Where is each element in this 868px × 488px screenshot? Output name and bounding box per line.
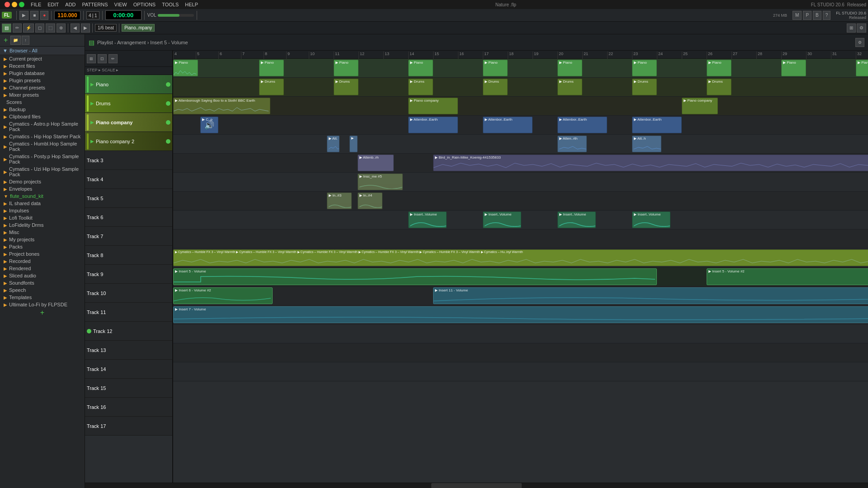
playlist-btn[interactable]: ▤ (2, 23, 11, 33)
sidebar-item-current-project[interactable]: ▶ Current project (0, 55, 85, 62)
clip-piano-10[interactable]: ▶ Piano (856, 60, 868, 76)
left-track-16[interactable]: Track 16 (85, 398, 172, 417)
clip-atten-rth-1[interactable]: ▶ Atten..rth (557, 136, 587, 152)
piano-selector[interactable]: Piano..mpany (122, 24, 155, 32)
left-track-9[interactable]: Track 9 (85, 265, 172, 284)
sidebar-item-packs[interactable]: ▶ Packs (0, 243, 85, 250)
sidebar-item-impulses[interactable]: ▶ Impulses (0, 207, 85, 214)
sidebar-add-item[interactable]: + (0, 308, 85, 317)
sidebar-item-my-projects[interactable]: ▶ My projects (0, 236, 85, 243)
mixer-button[interactable]: M (793, 11, 802, 20)
clip-insert-vol-4[interactable]: ▶ Insert..Volume (632, 211, 670, 228)
sidebar-item-speech[interactable]: ▶ Speech (0, 286, 85, 294)
clip-piano-3[interactable]: ▶ Piano (334, 60, 359, 76)
settings-btn[interactable]: ⚙ (857, 23, 866, 33)
sidebar-item-il-shared[interactable]: ▶ IL shared data (0, 200, 85, 207)
clip-piano-7[interactable]: ▶ Piano (632, 60, 657, 76)
tempo-display[interactable]: 110.000 (54, 11, 80, 20)
menu-edit[interactable]: EDIT (45, 2, 61, 7)
fl-logo[interactable]: FL (2, 12, 12, 19)
left-track-3[interactable]: Track 3 (85, 151, 172, 170)
clip-piano-6[interactable]: ▶ Piano (557, 60, 582, 76)
sidebar-item-lofi-toolkit[interactable]: ▶ Lofi Toolkit (0, 214, 85, 221)
left-track-drums[interactable]: ▶ Drums (85, 94, 172, 113)
clip-insert-vol-3[interactable]: ▶ Insert..Volume (557, 211, 596, 228)
sidebar-item-rendered[interactable]: ▶ Rendered (0, 265, 85, 272)
left-track-12[interactable]: Track 12 (85, 322, 172, 341)
sidebar-item-templates[interactable]: ▶ Templates (0, 294, 85, 301)
sidebar-add-button[interactable]: + (2, 36, 9, 44)
clip-piano-9[interactable]: ▶ Piano (781, 60, 806, 76)
left-track-4[interactable]: Track 4 (85, 170, 172, 189)
sidebar-item-clipboard[interactable]: ▶ Clipboard files (0, 113, 85, 120)
left-track-14[interactable]: Track 14 (85, 360, 172, 379)
prev-btn[interactable]: ◀ (71, 23, 80, 33)
menu-file[interactable]: FILE (28, 2, 44, 7)
clip-drums-4[interactable]: ▶ Drums (483, 79, 508, 95)
left-track-7[interactable]: Track 7 (85, 227, 172, 246)
channel-header-btn2[interactable]: ⊡ (98, 54, 107, 63)
sidebar-item-soundfonts[interactable]: ▶ Soundfonts (0, 279, 85, 286)
browser-button[interactable]: B (813, 11, 821, 20)
master-vol-bar[interactable] (158, 14, 194, 17)
clip-attenb-2[interactable]: ▶ Attenbor..Earth (483, 117, 533, 133)
channel-header-btn1[interactable]: ⊞ (87, 54, 96, 63)
clip-attenb-4[interactable]: ▶ Attenbor..Earth (632, 117, 682, 133)
sidebar-item-cymatics-astro[interactable]: ▶ Cymatics - Astro.p Hop Sample Pack (0, 120, 85, 133)
clip-piano-2[interactable]: ▶ Piano (259, 60, 284, 76)
menu-help[interactable]: HELP (182, 2, 201, 7)
sidebar-item-envelopes[interactable]: ▶ Envelopes (0, 185, 85, 192)
paint-btn[interactable]: ⚡ (23, 23, 34, 33)
minimize-dot[interactable] (12, 2, 17, 7)
menu-view[interactable]: VIEW (112, 2, 130, 7)
clip-drums-2[interactable]: ▶ Drums (334, 79, 359, 95)
sidebar-item-sliced-audio[interactable]: ▶ Sliced audio (0, 272, 85, 279)
stop-button[interactable]: ■ (30, 11, 38, 20)
left-track-6[interactable]: Track 6 (85, 208, 172, 227)
sidebar-folder-btn[interactable]: 📁 (10, 36, 21, 45)
clip-cymatics-1[interactable]: ▶ Cymatics – Humble FX 3 – Vinyl Warmth … (173, 249, 868, 266)
clip-piano-4[interactable]: ▶ Piano (408, 60, 433, 76)
left-track-piano-company[interactable]: ▶ Piano company (85, 113, 172, 132)
left-track-piano[interactable]: ▶ Piano (85, 75, 172, 94)
left-track-8[interactable]: Track 8 (85, 246, 172, 265)
clip-piano-company-2[interactable]: ▶ Piano company (682, 98, 718, 114)
left-track-piano-company2[interactable]: ▶ Piano company 2 (85, 132, 172, 151)
clip-attenborough-1[interactable]: ▶ Attenborough Saying Boo to a Sloth! BB… (173, 98, 270, 114)
clip-att-2[interactable]: ▶ (349, 136, 358, 152)
left-track-5[interactable]: Track 5 (85, 189, 172, 208)
clip-attenb-3[interactable]: ▶ Attenbor..Earth (557, 117, 607, 133)
maximize-dot[interactable] (19, 2, 24, 7)
clip-insert11-vol[interactable]: ▶ Insert 11 - Volume (433, 287, 868, 304)
sidebar-item-mixer-presets[interactable]: ▶ Mixer presets (0, 91, 85, 99)
left-track-10[interactable]: Track 10 (85, 284, 172, 303)
sidebar-item-plugin-database[interactable]: ▶ Plugin database (0, 70, 85, 77)
sidebar-item-cymatics-uzi[interactable]: ▶ Cymatics - Uzi Hip Hop Sample Pack (0, 165, 85, 178)
sidebar-item-backup[interactable]: ▶ Backup (0, 106, 85, 113)
clip-drums-6[interactable]: ▶ Drums (632, 79, 657, 95)
clip-att-h-1[interactable]: ▶ Att..h (632, 136, 661, 152)
clip-drums-7[interactable]: ▶ Drums (707, 79, 731, 95)
clip-drums-5[interactable]: ▶ Drums (557, 79, 582, 95)
sidebar-item-scores[interactable]: Scores (0, 99, 85, 106)
plugin-button[interactable]: ? (823, 11, 831, 20)
clip-drums-1[interactable]: ▶ Drums (259, 79, 284, 95)
clip-insert5-vol-2[interactable]: ▶ Insert 5 - Volume #2 (707, 268, 868, 285)
clip-att-1[interactable]: ▶ Att. (327, 136, 340, 152)
sidebar-item-plugin-presets[interactable]: ▶ Plugin presets (0, 77, 85, 84)
clip-attenb-1[interactable]: ▶ Attenbor..Earth (408, 117, 458, 133)
clip-piano-8[interactable]: ▶ Piano (707, 60, 731, 76)
clip-piano-company-1[interactable]: ▶ Piano company (408, 98, 458, 114)
erase-btn[interactable]: ◻ (35, 23, 44, 33)
right-track-content[interactable]: 4 5 6 7 8 9 10 11 12 13 14 15 16 17 18 1… (173, 51, 868, 483)
clip-insert7-vol[interactable]: ▶ Insert 7 - Volume (173, 306, 868, 323)
menu-options[interactable]: OPTIONS (131, 2, 159, 7)
sidebar-item-lofidelity[interactable]: ▶ LoFidelity Drms (0, 221, 85, 229)
grid-btn[interactable]: ⊞ (847, 23, 856, 33)
sidebar-item-recorded[interactable]: ▶ Recorded (0, 258, 85, 265)
menu-add[interactable]: ADD (62, 2, 78, 7)
sidebar-item-cymatics-hiphop[interactable]: ▶ Cymatics - Hip Hop Starter Pack (0, 133, 85, 140)
sidebar-arrow-btn[interactable]: ↑ (22, 36, 29, 45)
draw-btn[interactable]: ✏ (13, 23, 22, 33)
bottom-scrollbar[interactable] (85, 483, 868, 488)
